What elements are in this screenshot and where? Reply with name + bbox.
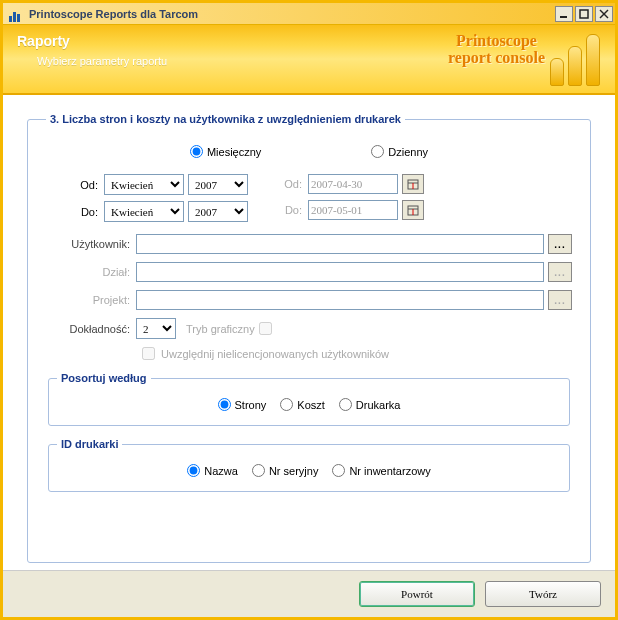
printer-id-option-seryjny[interactable]: Nr seryjny [252,464,319,477]
sort-option-strony[interactable]: Strony [218,398,267,411]
header-band: Raporty Wybierz parametry raportu Printo… [3,25,615,95]
sort-option-drukarka[interactable]: Drukarka [339,398,401,411]
brand-text: Printoscope report console [448,33,545,67]
sort-legend: Posortuj według [57,372,151,384]
daily-from-calendar-button[interactable] [402,174,424,194]
sort-label-drukarka: Drukarka [356,399,401,411]
sort-radio-strony[interactable] [218,398,231,411]
project-input [136,290,544,310]
printer-id-group: ID drukarki Nazwa Nr seryjny Nr inwentar… [48,438,570,492]
project-label: Projekt: [46,294,136,306]
close-icon [599,9,609,19]
titlebar: Printoscope Reports dla Tarcom [3,3,615,25]
precision-select[interactable]: 2 [136,318,176,339]
calendar-icon [407,178,419,190]
period-monthly-label: Miesięczny [207,146,261,158]
period-daily-radio[interactable] [371,145,384,158]
include-unlicensed-checkbox [142,347,155,360]
daily-to-input [308,200,398,220]
daily-from-input [308,174,398,194]
to-label: Do: [74,206,104,218]
user-label: Użytkownik: [46,238,136,250]
minimize-button[interactable] [555,6,573,22]
precision-label: Dokładność: [46,323,136,335]
content-area: 3. Liczba stron i koszty na użytkownika … [3,95,615,570]
section-legend: 3. Liczba stron i koszty na użytkownika … [46,113,405,125]
period-type-row: Miesięczny Dzienny [46,145,572,158]
maximize-icon [579,9,589,19]
sort-group: Posortuj według Strony Koszt Drukarka [48,372,570,426]
period-monthly-option[interactable]: Miesięczny [190,145,261,158]
brand-line2: report console [448,49,545,66]
close-button[interactable] [595,6,613,22]
create-button[interactable]: Twórz [485,581,601,607]
brand-line1: Printoscope [456,32,537,49]
app-window: Printoscope Reports dla Tarcom Raporty W… [0,0,618,620]
dept-label: Dział: [46,266,136,278]
from-year-select[interactable]: 2007 [188,174,248,195]
sort-label-koszt: Koszt [297,399,325,411]
printer-id-radio-nazwa[interactable] [187,464,200,477]
daily-from-row: Od: [278,174,424,194]
minimize-icon [559,9,569,19]
user-input[interactable] [136,234,544,254]
dept-row: Dział: ... [46,262,572,282]
printer-id-radio-inwentarzowy[interactable] [332,464,345,477]
monthly-to-row: Do: Kwiecień 2007 [74,201,248,222]
unlicensed-row: Uwzględnij nielicencjonowanych użytkowni… [142,347,572,360]
precision-row: Dokładność: 2 Tryb graficzny [46,318,572,339]
graphic-mode-label: Tryb graficzny [186,323,255,335]
monthly-from-row: Od: Kwiecień 2007 [74,174,248,195]
printer-id-option-inwentarzowy[interactable]: Nr inwentarzowy [332,464,430,477]
period-daily-label: Dzienny [388,146,428,158]
printer-id-legend: ID drukarki [57,438,122,450]
calendar-icon [407,204,419,216]
printer-id-label-seryjny: Nr seryjny [269,465,319,477]
daily-to-label: Do: [278,204,308,216]
back-button[interactable]: Powrót [359,581,475,607]
dept-browse-button: ... [548,262,572,282]
user-browse-button[interactable]: ... [548,234,572,254]
monthly-range: Od: Kwiecień 2007 Do: Kwiecień 2007 [74,174,248,222]
period-monthly-radio[interactable] [190,145,203,158]
app-icon [9,6,25,22]
printer-id-option-nazwa[interactable]: Nazwa [187,464,238,477]
sort-radio-koszt[interactable] [280,398,293,411]
printer-id-label-nazwa: Nazwa [204,465,238,477]
sort-options: Strony Koszt Drukarka [57,398,561,411]
footer-bar: Powrót Twórz [3,570,615,617]
sort-label-strony: Strony [235,399,267,411]
graphic-mode-checkbox [259,322,272,335]
dept-input [136,262,544,282]
date-range-row: Od: Kwiecień 2007 Do: Kwiecień 2007 Od: [74,174,572,222]
to-month-select[interactable]: Kwiecień [104,201,184,222]
period-daily-option[interactable]: Dzienny [371,145,428,158]
from-label: Od: [74,179,104,191]
project-row: Projekt: ... [46,290,572,310]
printer-id-radio-seryjny[interactable] [252,464,265,477]
user-row: Użytkownik: ... [46,234,572,254]
project-browse-button: ... [548,290,572,310]
sort-radio-drukarka[interactable] [339,398,352,411]
daily-range: Od: Do: [278,174,424,222]
printer-id-label-inwentarzowy: Nr inwentarzowy [349,465,430,477]
include-unlicensed-label: Uwzględnij nielicencjonowanych użytkowni… [161,348,389,360]
svg-rect-1 [580,10,588,18]
window-controls [555,6,613,22]
daily-to-calendar-button[interactable] [402,200,424,220]
daily-to-row: Do: [278,200,424,220]
daily-from-label: Od: [278,178,308,190]
maximize-button[interactable] [575,6,593,22]
sort-option-koszt[interactable]: Koszt [280,398,325,411]
brand-bars-icon [550,31,605,86]
from-month-select[interactable]: Kwiecień [104,174,184,195]
window-title: Printoscope Reports dla Tarcom [29,8,555,20]
to-year-select[interactable]: 2007 [188,201,248,222]
report-params-group: 3. Liczba stron i koszty na użytkownika … [27,113,591,563]
printer-id-options: Nazwa Nr seryjny Nr inwentarzowy [57,464,561,477]
